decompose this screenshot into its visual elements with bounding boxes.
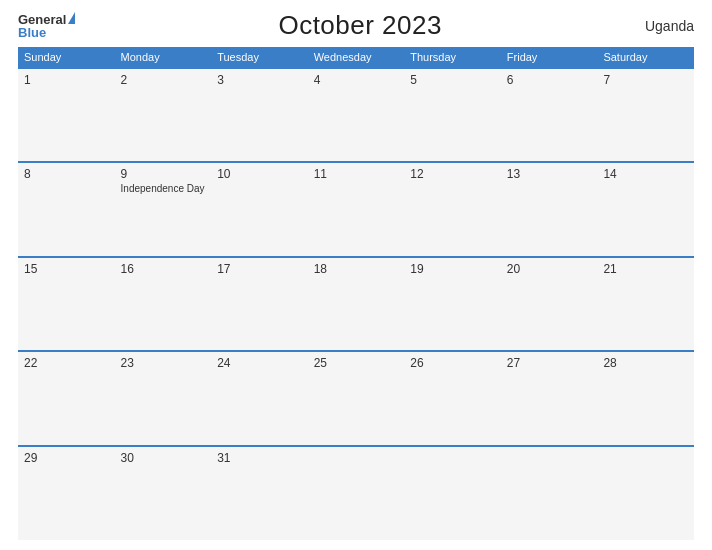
- calendar-cell: 24: [211, 351, 308, 445]
- day-number: 16: [121, 262, 206, 276]
- day-number: 14: [603, 167, 688, 181]
- calendar-cell: 7: [597, 68, 694, 162]
- day-number: 7: [603, 73, 688, 87]
- day-number: 2: [121, 73, 206, 87]
- calendar-week-row: 15161718192021: [18, 257, 694, 351]
- day-number: 29: [24, 451, 109, 465]
- calendar-cell: 1: [18, 68, 115, 162]
- logo: General Blue: [18, 13, 75, 39]
- day-number: 24: [217, 356, 302, 370]
- calendar-cell: 10: [211, 162, 308, 256]
- day-number: 6: [507, 73, 592, 87]
- calendar-cell: 29: [18, 446, 115, 540]
- day-number: 22: [24, 356, 109, 370]
- day-number: 3: [217, 73, 302, 87]
- calendar-cell: [501, 446, 598, 540]
- day-number: 8: [24, 167, 109, 181]
- day-number: 27: [507, 356, 592, 370]
- calendar-cell: 28: [597, 351, 694, 445]
- header-sunday: Sunday: [18, 47, 115, 68]
- calendar-cell: 17: [211, 257, 308, 351]
- logo-general-text: General: [18, 13, 66, 26]
- day-number: 26: [410, 356, 495, 370]
- logo-blue-text: Blue: [18, 26, 46, 39]
- calendar-cell: 19: [404, 257, 501, 351]
- day-number: 4: [314, 73, 399, 87]
- calendar-cell: 6: [501, 68, 598, 162]
- calendar-cell: 4: [308, 68, 405, 162]
- calendar-week-row: 293031: [18, 446, 694, 540]
- calendar-cell: 26: [404, 351, 501, 445]
- calendar-cell: 11: [308, 162, 405, 256]
- calendar-cell: 14: [597, 162, 694, 256]
- header-tuesday: Tuesday: [211, 47, 308, 68]
- calendar-week-row: 89Independence Day1011121314: [18, 162, 694, 256]
- country-name: Uganda: [645, 18, 694, 34]
- header-saturday: Saturday: [597, 47, 694, 68]
- calendar-cell: [404, 446, 501, 540]
- calendar-cell: [308, 446, 405, 540]
- calendar-week-row: 22232425262728: [18, 351, 694, 445]
- calendar-cell: 20: [501, 257, 598, 351]
- day-number: 21: [603, 262, 688, 276]
- day-number: 25: [314, 356, 399, 370]
- calendar-cell: 16: [115, 257, 212, 351]
- calendar-week-row: 1234567: [18, 68, 694, 162]
- calendar-cell: 12: [404, 162, 501, 256]
- calendar-cell: 13: [501, 162, 598, 256]
- calendar-cell: 9Independence Day: [115, 162, 212, 256]
- calendar-cell: 23: [115, 351, 212, 445]
- day-header-row: Sunday Monday Tuesday Wednesday Thursday…: [18, 47, 694, 68]
- calendar-cell: 22: [18, 351, 115, 445]
- day-number: 1: [24, 73, 109, 87]
- header-wednesday: Wednesday: [308, 47, 405, 68]
- calendar-cell: 3: [211, 68, 308, 162]
- header-thursday: Thursday: [404, 47, 501, 68]
- day-number: 15: [24, 262, 109, 276]
- day-number: 28: [603, 356, 688, 370]
- day-number: 10: [217, 167, 302, 181]
- calendar-title: October 2023: [75, 10, 645, 41]
- calendar-cell: 31: [211, 446, 308, 540]
- header-friday: Friday: [501, 47, 598, 68]
- day-number: 13: [507, 167, 592, 181]
- calendar-cell: 18: [308, 257, 405, 351]
- calendar-cell: 25: [308, 351, 405, 445]
- logo-triangle-icon: [68, 12, 75, 24]
- day-number: 17: [217, 262, 302, 276]
- day-number: 12: [410, 167, 495, 181]
- day-number: 30: [121, 451, 206, 465]
- calendar-table: Sunday Monday Tuesday Wednesday Thursday…: [18, 47, 694, 540]
- calendar-cell: 21: [597, 257, 694, 351]
- calendar-cell: [597, 446, 694, 540]
- calendar-cell: 2: [115, 68, 212, 162]
- header-monday: Monday: [115, 47, 212, 68]
- day-number: 5: [410, 73, 495, 87]
- day-number: 11: [314, 167, 399, 181]
- calendar-cell: 8: [18, 162, 115, 256]
- calendar-header: General Blue October 2023 Uganda: [18, 10, 694, 41]
- calendar-cell: 30: [115, 446, 212, 540]
- day-number: 19: [410, 262, 495, 276]
- calendar-cell: 5: [404, 68, 501, 162]
- day-number: 18: [314, 262, 399, 276]
- day-number: 20: [507, 262, 592, 276]
- holiday-label: Independence Day: [121, 183, 206, 194]
- calendar-cell: 15: [18, 257, 115, 351]
- calendar-page: General Blue October 2023 Uganda Sunday …: [0, 0, 712, 550]
- day-number: 31: [217, 451, 302, 465]
- calendar-cell: 27: [501, 351, 598, 445]
- day-number: 9: [121, 167, 206, 181]
- day-number: 23: [121, 356, 206, 370]
